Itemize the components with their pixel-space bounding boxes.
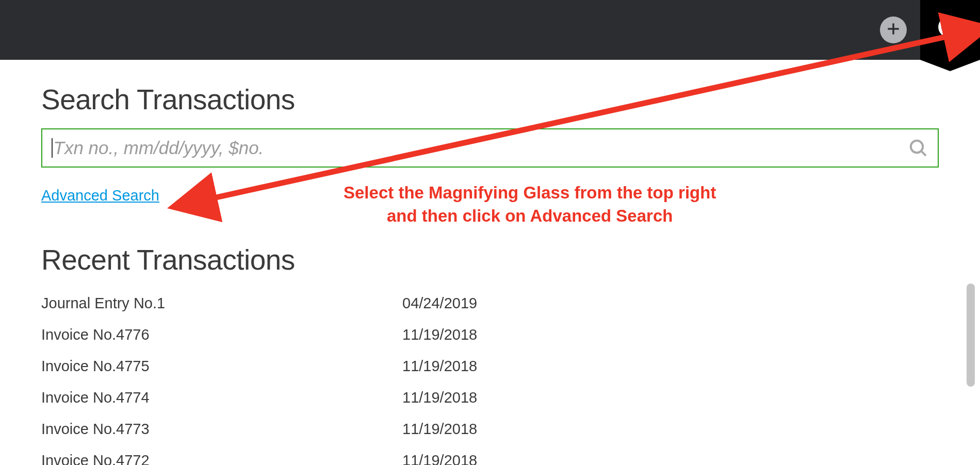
txn-name: Invoice No.4776	[41, 326, 402, 343]
table-row[interactable]: Journal Entry No.1 04/24/2019	[41, 288, 939, 319]
txn-date: 04/24/2019	[402, 295, 477, 312]
svg-line-5	[922, 152, 926, 156]
table-row[interactable]: Invoice No.4775 11/19/2018	[41, 351, 939, 382]
txn-date: 11/19/2018	[402, 421, 477, 438]
table-row[interactable]: Invoice No.4772 11/19/2018	[41, 445, 939, 465]
search-button-top[interactable]	[920, 0, 980, 60]
svg-line-3	[955, 34, 961, 40]
annotation-text: Select the Magnifying Glass from the top…	[344, 181, 716, 227]
search-icon	[936, 14, 965, 45]
text-cursor	[52, 138, 53, 158]
txn-date: 11/19/2018	[402, 452, 477, 465]
table-row[interactable]: Invoice No.4774 11/19/2018	[41, 382, 939, 413]
search-box[interactable]	[41, 128, 939, 168]
txn-name: Journal Entry No.1	[41, 295, 402, 312]
txn-name: Invoice No.4773	[41, 421, 402, 438]
svg-point-2	[940, 19, 957, 36]
annotation-line2: and then click on Advanced Search	[387, 206, 673, 225]
scrollbar[interactable]	[967, 284, 975, 387]
txn-date: 11/19/2018	[402, 358, 477, 375]
table-row[interactable]: Invoice No.4773 11/19/2018	[41, 413, 939, 445]
txn-date: 11/19/2018	[402, 389, 477, 406]
advanced-search-link[interactable]: Advanced Search	[41, 187, 159, 204]
svg-point-4	[911, 141, 923, 153]
txn-date: 11/19/2018	[402, 326, 477, 343]
annotation-line1: Select the Magnifying Glass from the top…	[344, 183, 716, 202]
txn-name: Invoice No.4775	[41, 358, 402, 375]
content-area: Search Transactions Advanced Search Rece…	[0, 60, 980, 465]
plus-icon	[885, 21, 902, 39]
txn-name: Invoice No.4774	[41, 389, 402, 406]
add-button[interactable]	[880, 16, 907, 43]
search-title: Search Transactions	[41, 83, 939, 116]
topbar-icons	[880, 0, 980, 60]
table-row[interactable]: Invoice No.4776 11/19/2018	[41, 319, 939, 351]
txn-name: Invoice No.4772	[41, 452, 402, 465]
search-input[interactable]	[54, 138, 908, 158]
transaction-list: Journal Entry No.1 04/24/2019 Invoice No…	[41, 288, 939, 465]
topbar	[0, 0, 980, 60]
recent-title: Recent Transactions	[41, 243, 939, 276]
search-input-icon[interactable]	[908, 138, 928, 158]
